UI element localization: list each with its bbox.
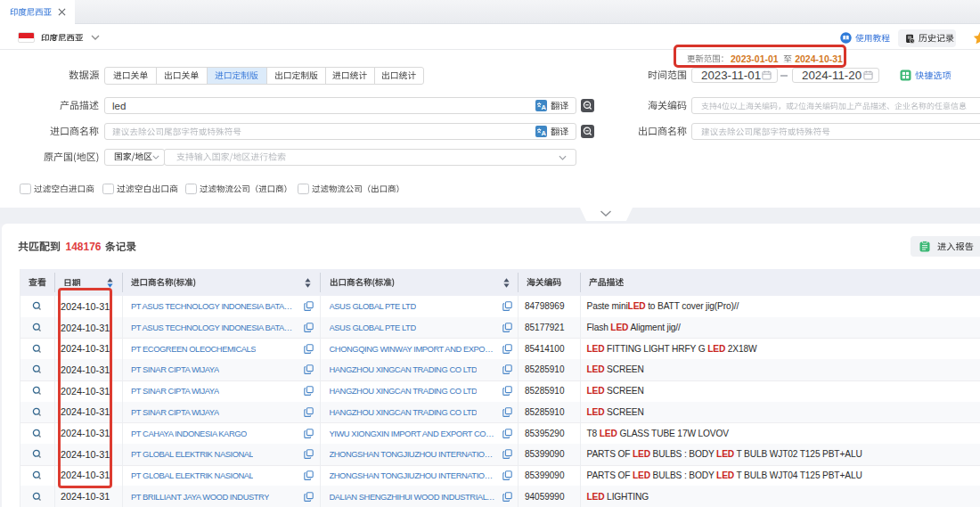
svg-text:A: A bbox=[541, 129, 546, 137]
svg-text:A: A bbox=[541, 103, 546, 111]
